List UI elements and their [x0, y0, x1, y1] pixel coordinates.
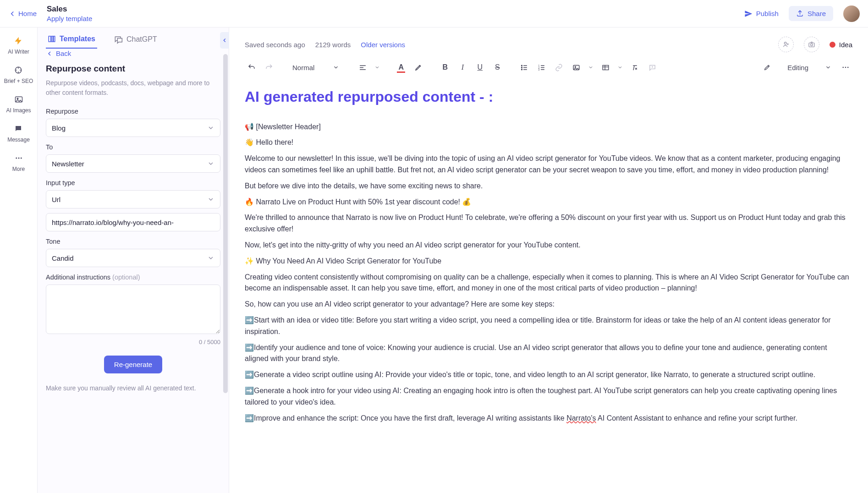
- editor: Saved seconds ago 2129 words Older versi…: [229, 27, 868, 493]
- svg-point-3: [16, 158, 17, 159]
- apply-template-link[interactable]: Apply template: [47, 15, 92, 22]
- numbered-list-button[interactable]: 123: [534, 60, 548, 74]
- paragraph: ➡️Improve and enhance the script: Once y…: [245, 413, 852, 424]
- nav-brief-seo[interactable]: Brief + SEO: [4, 65, 33, 84]
- avatar[interactable]: [843, 5, 860, 22]
- paragraph: We're thrilled to announce that Narrato …: [245, 212, 852, 235]
- back-link[interactable]: Back: [38, 49, 229, 62]
- svg-point-4: [18, 158, 19, 159]
- status-label: Idea: [839, 41, 852, 49]
- char-counter: 0 / 5000: [46, 339, 220, 345]
- sidebar-scrollbar[interactable]: [222, 50, 229, 493]
- table-button[interactable]: [599, 60, 612, 74]
- paragraph: ➡️Start with an idea or video title: Bef…: [245, 315, 852, 338]
- editor-content[interactable]: AI generated repurposed content - : 📢 [N…: [229, 79, 868, 493]
- collapse-sidebar-button[interactable]: [220, 32, 229, 49]
- image-button[interactable]: [569, 60, 583, 74]
- sidebar: Templates ChatGPT Back Repurpose content…: [38, 27, 229, 493]
- bullet-list-button[interactable]: [517, 60, 531, 74]
- svg-point-11: [810, 44, 813, 46]
- saved-status: Saved seconds ago: [245, 41, 305, 49]
- label-tone: Tone: [46, 238, 220, 245]
- comment-icon: [648, 64, 656, 71]
- select-input-type[interactable]: Url: [46, 190, 220, 208]
- publish-label: Publish: [756, 10, 779, 17]
- svg-point-9: [784, 42, 786, 44]
- word-count: 2129 words: [315, 41, 351, 49]
- underline-button[interactable]: U: [473, 60, 487, 74]
- label-additional: Additional instructions (optional): [46, 274, 220, 281]
- tab-chatgpt[interactable]: ChatGPT: [112, 30, 159, 49]
- nav-more-label: More: [12, 166, 25, 172]
- more-toolbar-button[interactable]: [839, 60, 852, 74]
- home-label: Home: [18, 10, 37, 17]
- editor-toolbar: Normal A B I U S 123: [229, 56, 868, 79]
- link-icon: [555, 64, 563, 71]
- svg-rect-8: [54, 36, 55, 42]
- strikethrough-button[interactable]: S: [490, 60, 504, 74]
- home-link[interactable]: Home: [8, 10, 37, 18]
- table-dropdown[interactable]: [616, 60, 624, 74]
- paragraph: ✨ Why You Need An AI Video Script Genera…: [245, 256, 852, 267]
- text-color-button[interactable]: A: [394, 60, 408, 74]
- comment-button[interactable]: [645, 60, 659, 74]
- paragraph: ➡️Identify your audience and tone of voi…: [245, 342, 852, 365]
- input-url[interactable]: [46, 213, 220, 231]
- link-button[interactable]: [552, 60, 566, 74]
- highlight-button[interactable]: [412, 60, 425, 74]
- image-icon: [14, 94, 24, 104]
- chevron-down-icon: [374, 65, 380, 70]
- share-button[interactable]: Share: [789, 6, 833, 21]
- tab-chatgpt-label: ChatGPT: [126, 35, 157, 44]
- nav-message[interactable]: Message: [7, 124, 30, 143]
- status-dot-icon: [830, 42, 835, 48]
- svg-point-17: [521, 69, 522, 70]
- nav-ai-writer[interactable]: AI Writer: [8, 36, 29, 55]
- italic-button[interactable]: I: [456, 60, 469, 74]
- back-label: Back: [56, 49, 71, 57]
- top-header: Home Sales Apply template Publish Share: [0, 0, 868, 27]
- underline-icon: U: [478, 63, 483, 71]
- block-type-selector[interactable]: Normal: [289, 64, 343, 71]
- italic-icon: I: [461, 63, 464, 71]
- sidebar-tabs: Templates ChatGPT: [38, 27, 229, 49]
- svg-rect-7: [51, 36, 53, 42]
- paragraph: 👋 Hello there!: [245, 137, 852, 148]
- table-icon: [602, 64, 610, 71]
- bold-icon: B: [443, 63, 448, 71]
- publish-button[interactable]: Publish: [744, 10, 779, 18]
- chat-icon: [13, 124, 23, 134]
- align-dropdown[interactable]: [373, 60, 381, 74]
- chevron-down-icon: [617, 65, 623, 70]
- image-dropdown[interactable]: [587, 60, 595, 74]
- editing-mode-selector[interactable]: Editing: [760, 64, 835, 71]
- nav-ai-images[interactable]: AI Images: [6, 94, 31, 114]
- redo-button[interactable]: [262, 60, 276, 74]
- nav-more[interactable]: More: [12, 153, 25, 172]
- attach-button[interactable]: [804, 37, 819, 52]
- status-selector[interactable]: Idea: [830, 41, 852, 49]
- paragraph: Now, let's get into the nitty-gritty of …: [245, 240, 852, 251]
- add-collaborator-button[interactable]: [778, 37, 794, 52]
- undo-button[interactable]: [245, 60, 258, 74]
- select-tone[interactable]: Candid: [46, 249, 220, 267]
- chevron-down-icon: [333, 64, 339, 71]
- dots-icon: [14, 153, 24, 163]
- panel-title: Repurpose content: [46, 64, 220, 74]
- select-repurpose[interactable]: Blog: [46, 119, 220, 137]
- older-versions-link[interactable]: Older versions: [361, 41, 405, 49]
- list-bullet-icon: [520, 64, 528, 71]
- textarea-additional[interactable]: [46, 285, 220, 334]
- title-block: Sales Apply template: [47, 5, 92, 22]
- align-button[interactable]: [356, 60, 369, 74]
- send-icon: [744, 10, 753, 18]
- bold-button[interactable]: B: [438, 60, 452, 74]
- align-left-icon: [359, 64, 367, 71]
- image-icon: [572, 64, 580, 71]
- clear-format-button[interactable]: [628, 60, 642, 74]
- select-to[interactable]: Newsletter: [46, 154, 220, 173]
- paragraph: ➡️Generate a video script outline using …: [245, 369, 852, 381]
- tab-templates[interactable]: Templates: [46, 30, 97, 49]
- regenerate-button[interactable]: Re-generate: [104, 356, 162, 373]
- label-repurpose: Repurpose: [46, 108, 220, 115]
